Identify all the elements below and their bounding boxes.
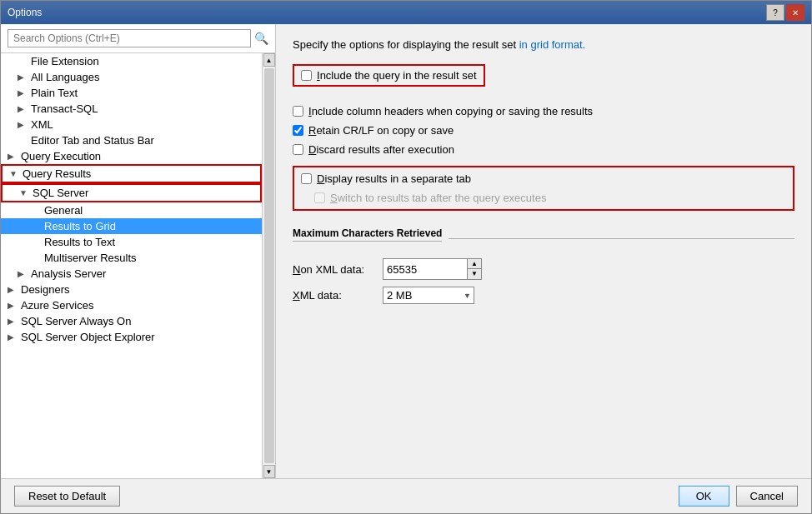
tree-item-sql-server-always-on[interactable]: ▶ SQL Server Always On [1, 313, 262, 329]
tree-label: Azure Services [21, 299, 93, 312]
include-query-group: Include the query in the result set [293, 64, 794, 97]
tree-item-plain-text[interactable]: ▶ Plain Text [1, 85, 262, 101]
main-content: 🔍 File Extension ▶ All Languages ▶ [1, 24, 811, 478]
tree-arrow: ▶ [18, 72, 31, 82]
non-xml-row: Non XML data: ▲ ▼ [293, 258, 794, 280]
discard-results-row: Discard results after execution [293, 143, 794, 156]
search-input[interactable] [8, 29, 251, 47]
close-button[interactable]: ✕ [786, 4, 804, 21]
reset-button[interactable]: Reset to Default [14, 486, 120, 507]
title-bar: Options ? ✕ [1, 1, 811, 24]
tree-item-query-execution[interactable]: ▶ Query Execution [1, 148, 262, 164]
tree-item-editor-tab[interactable]: Editor Tab and Status Bar [1, 132, 262, 148]
non-xml-label: Non XML data: [293, 263, 376, 276]
include-column-headers-checkbox[interactable] [293, 106, 303, 117]
include-query-bordered: Include the query in the result set [293, 64, 485, 87]
discard-results-label: Discard results after execution [308, 143, 454, 156]
bottom-bar: Reset to Default OK Cancel [1, 478, 811, 513]
switch-to-results-label: Switch to results tab after the query ex… [330, 192, 546, 204]
tree-arrow: ▶ [18, 88, 31, 97]
max-chars-section: Maximum Characters Retrieved Non XML dat… [293, 227, 794, 311]
tree-item-sql-server[interactable]: ▼ SQL Server [1, 183, 262, 202]
tree-label: Multiserver Results [44, 252, 137, 264]
tree-arrow: ▶ [8, 152, 21, 161]
tree-container: File Extension ▶ All Languages ▶ Plain T… [1, 53, 262, 478]
scroll-thumb[interactable] [264, 68, 274, 463]
tree-item-azure-services[interactable]: ▶ Azure Services [1, 297, 262, 313]
xml-select[interactable]: 1 MB 2 MB 5 MB Unlimited [383, 287, 474, 304]
divider-line [449, 238, 794, 239]
tree-label: Results to Text [44, 236, 115, 248]
tree-label: Query Execution [21, 150, 101, 162]
scroll-up-btn[interactable]: ▲ [263, 53, 275, 67]
tree-item-file-extension[interactable]: File Extension [1, 53, 262, 69]
tree-item-all-languages[interactable]: ▶ All Languages [1, 69, 262, 85]
tree-label: Analysis Server [31, 267, 106, 280]
spacer [293, 311, 794, 465]
help-button[interactable]: ? [766, 4, 784, 21]
tree-item-multiserver-results[interactable]: Multiserver Results [1, 250, 262, 266]
tree-item-xml[interactable]: ▶ XML [1, 117, 262, 132]
tree-item-results-to-grid[interactable]: Results to Grid [1, 218, 262, 234]
options-group: Include column headers when copying or s… [293, 105, 794, 156]
tree-label: SQL Server Object Explorer [21, 331, 155, 343]
max-chars-title: Maximum Characters Retrieved [293, 227, 442, 242]
scroll-down-btn[interactable]: ▼ [263, 465, 275, 478]
spinner-buttons: ▲ ▼ [467, 259, 481, 279]
display-separate-tab-label: Display results in a separate tab [317, 172, 471, 185]
tree-area: File Extension ▶ All Languages ▶ Plain T… [1, 53, 275, 478]
ok-button[interactable]: OK [679, 486, 729, 507]
spinner-down-btn[interactable]: ▼ [468, 269, 481, 279]
window-title: Options [8, 7, 42, 18]
tree-label: Designers [21, 283, 70, 296]
tree-item-transact-sql[interactable]: ▶ Transact-SQL [1, 101, 262, 117]
xml-label: XML data: [293, 289, 376, 302]
tree-label: XML [31, 118, 53, 131]
tree-arrow: ▼ [19, 188, 33, 197]
retain-crlf-row: Retain CR/LF on copy or save [293, 124, 794, 137]
display-group-bordered: Display results in a separate tab Switch… [293, 166, 794, 211]
tree-item-analysis-server[interactable]: ▶ Analysis Server [1, 266, 262, 282]
tree-label: Results to Grid [44, 220, 116, 232]
include-query-checkbox[interactable] [301, 70, 312, 81]
tree-arrow: ▶ [18, 269, 31, 278]
tree-label: General [44, 204, 83, 217]
discard-results-checkbox[interactable] [293, 144, 303, 155]
tree-arrow: ▶ [18, 120, 31, 129]
tree-arrow: ▼ [9, 169, 23, 178]
tree-label: SQL Server Always On [21, 315, 131, 327]
cancel-button[interactable]: Cancel [736, 486, 798, 507]
tree-item-sql-server-object-explorer[interactable]: ▶ SQL Server Object Explorer [1, 329, 262, 345]
panel-description: Specify the options for displaying the r… [293, 37, 794, 52]
max-chars-header: Maximum Characters Retrieved [293, 227, 794, 250]
tree-label: File Extension [31, 55, 99, 67]
tree-scrollbar[interactable]: ▲ ▼ [262, 53, 275, 478]
include-column-headers-row: Include column headers when copying or s… [293, 105, 794, 117]
search-box: 🔍 [1, 24, 275, 53]
tree-label: All Languages [31, 71, 99, 83]
tree-item-query-results[interactable]: ▼ Query Results [1, 164, 262, 183]
tree-item-designers[interactable]: ▶ Designers [1, 282, 262, 297]
tree-arrow: ▶ [8, 301, 21, 310]
bottom-right-buttons: OK Cancel [679, 486, 798, 507]
left-panel: 🔍 File Extension ▶ All Languages ▶ [1, 24, 276, 478]
retain-crlf-checkbox[interactable] [293, 125, 303, 136]
switch-to-results-checkbox[interactable] [314, 192, 325, 203]
xml-select-wrapper: 1 MB 2 MB 5 MB Unlimited [383, 287, 474, 304]
title-controls: ? ✕ [766, 4, 804, 21]
switch-to-results-row: Switch to results tab after the query ex… [301, 192, 786, 204]
tree-label: Query Results [23, 167, 91, 180]
options-window: Options ? ✕ 🔍 File Extension [0, 0, 812, 514]
tree-item-results-to-text[interactable]: Results to Text [1, 234, 262, 250]
include-column-headers-label: Include column headers when copying or s… [308, 105, 593, 117]
tree-arrow: ▶ [8, 285, 21, 294]
tree-item-general[interactable]: General [1, 202, 262, 218]
spinner-up-btn[interactable]: ▲ [468, 259, 481, 269]
search-icon: 🔍 [254, 32, 268, 45]
include-query-label: Include the query in the result set [317, 69, 477, 82]
tree-label: Plain Text [31, 87, 78, 99]
display-separate-tab-checkbox[interactable] [301, 173, 312, 184]
non-xml-input[interactable] [383, 259, 467, 279]
tree-label: Transact-SQL [31, 102, 98, 115]
tree-label: SQL Server [33, 187, 88, 199]
